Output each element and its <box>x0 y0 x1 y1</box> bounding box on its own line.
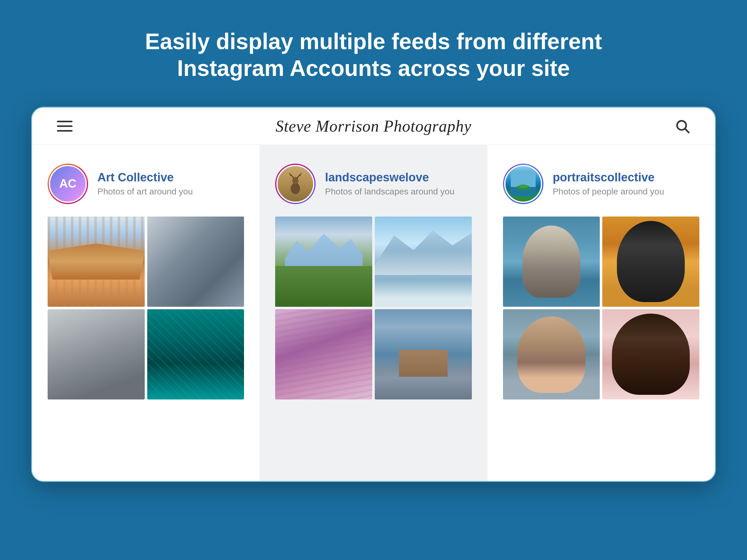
feed-header-portraits: portraitscollective Photos of people aro… <box>503 164 699 204</box>
svg-line-1 <box>685 129 689 133</box>
svg-line-7 <box>297 175 300 178</box>
headline-line1: Easily display multiple feeds from diffe… <box>145 29 602 54</box>
svg-line-6 <box>290 175 291 176</box>
feed-header-art-collective: AC Art Collective Photos of art around y… <box>48 164 244 204</box>
feed-column-art-collective: AC Art Collective Photos of art around y… <box>32 145 260 481</box>
svg-line-9 <box>300 175 301 176</box>
photo-land-3[interactable] <box>275 309 372 399</box>
avatar-portraits <box>503 164 543 204</box>
photo-land-1[interactable] <box>275 216 372 307</box>
feed-info-landscapes: landscapeswelove Photos of landscapes ar… <box>325 171 455 196</box>
search-icon[interactable] <box>674 118 690 134</box>
headline-line2: Instagram Accounts across your site <box>177 56 570 81</box>
photo-grid-art-collective <box>48 216 244 399</box>
feed-name-landscapes: landscapeswelove <box>325 171 455 184</box>
photo-port-3[interactable] <box>503 309 600 399</box>
photo-land-2[interactable] <box>375 216 472 307</box>
photo-port-4[interactable] <box>602 309 699 399</box>
avatar-art-collective: AC <box>48 164 88 204</box>
hamburger-menu-button[interactable] <box>57 121 73 132</box>
svg-line-8 <box>300 173 302 175</box>
photo-art-4[interactable] <box>147 309 244 399</box>
feed-name-portraits: portraitscollective <box>553 171 664 184</box>
feed-column-landscapes: landscapeswelove Photos of landscapes ar… <box>260 145 487 481</box>
avatar-inner-landscapes <box>276 165 314 203</box>
feeds-container: AC Art Collective Photos of art around y… <box>32 145 715 481</box>
browser-window: Steve Morrison Photography AC Art Collec… <box>31 107 716 482</box>
feed-desc-art-collective: Photos of art around you <box>97 187 193 196</box>
photo-art-1[interactable] <box>48 216 145 307</box>
page-headline: Easily display multiple feeds from diffe… <box>114 28 633 82</box>
photo-art-3[interactable] <box>48 309 145 399</box>
avatar-text-art-collective: AC <box>59 177 77 190</box>
site-title: Steve Morrison Photography <box>276 117 471 135</box>
feed-column-portraits: portraitscollective Photos of people aro… <box>487 145 715 481</box>
feed-desc-landscapes: Photos of landscapes around you <box>325 187 455 196</box>
svg-point-13 <box>518 185 528 188</box>
browser-bar: Steve Morrison Photography <box>32 108 715 145</box>
avatar-landscapes <box>275 164 316 204</box>
feed-header-landscapes: landscapeswelove Photos of landscapes ar… <box>275 164 471 204</box>
feed-desc-portraits: Photos of people around you <box>553 187 664 196</box>
photo-port-2[interactable] <box>602 216 699 307</box>
svg-point-2 <box>291 183 300 194</box>
avatar-inner-portraits <box>504 165 542 203</box>
feed-name-art-collective: Art Collective <box>97 171 193 184</box>
photo-port-1[interactable] <box>503 216 600 307</box>
avatar-inner-art-collective: AC <box>49 165 87 203</box>
photo-grid-landscapes <box>275 216 471 399</box>
feed-info-art-collective: Art Collective Photos of art around you <box>97 171 193 196</box>
photo-art-2[interactable] <box>147 216 244 307</box>
feed-info-portraits: portraitscollective Photos of people aro… <box>553 171 664 196</box>
photo-land-4[interactable] <box>375 309 472 399</box>
svg-line-4 <box>291 175 294 178</box>
photo-grid-portraits <box>503 216 699 399</box>
svg-line-5 <box>289 173 291 175</box>
